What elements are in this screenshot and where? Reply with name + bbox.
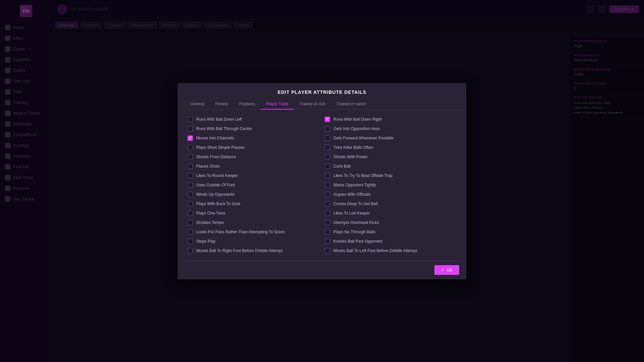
tab-player-traits[interactable]: Player Traits xyxy=(261,99,294,110)
trait-checkbox-1[interactable] xyxy=(325,126,330,131)
trait-item-8[interactable]: Winds Up Opponents xyxy=(185,190,322,199)
edit-attribute-modal: EDIT PLAYER ATTRIBUTE DETAILS General Fi… xyxy=(178,83,466,279)
trait-label-12: Plays No Through Balls xyxy=(333,230,375,234)
trait-checkbox-12[interactable] xyxy=(325,229,330,235)
trait-item-7[interactable]: Uses Outside Of Foot xyxy=(185,180,322,190)
trait-item-9[interactable]: Plays With Back To Goal xyxy=(185,199,322,208)
trait-checkbox-5[interactable] xyxy=(187,164,193,169)
trait-checkbox-8[interactable] xyxy=(187,192,193,197)
traits-content: Runs With Ball Down LeftRuns With Ball T… xyxy=(178,110,466,260)
trait-item-0[interactable]: Runs With Ball Down Right xyxy=(322,115,459,124)
traits-left-column: Runs With Ball Down LeftRuns With Ball T… xyxy=(185,115,322,255)
modal-title: EDIT PLAYER ATTRIBUTE DETAILS xyxy=(178,83,466,99)
trait-item-12[interactable]: Plays No Through Balls xyxy=(322,227,459,237)
trait-checkbox-8[interactable] xyxy=(325,192,330,197)
trait-checkbox-14[interactable] xyxy=(187,248,193,253)
trait-checkbox-10[interactable] xyxy=(325,210,330,216)
trait-checkbox-6[interactable] xyxy=(325,173,330,178)
trait-checkbox-4[interactable] xyxy=(187,154,193,160)
trait-checkbox-0[interactable] xyxy=(325,117,330,122)
trait-item-14[interactable]: Moves Ball To Right Foot Before Dribble … xyxy=(185,246,322,255)
trait-item-1[interactable]: Gets Into Opposition Area xyxy=(322,124,459,133)
modal-overlay: EDIT PLAYER ATTRIBUTE DETAILS General Fi… xyxy=(0,0,644,362)
trait-label-8: Winds Up Opponents xyxy=(196,192,234,197)
trait-item-1[interactable]: Runs With Ball Through Centre xyxy=(185,124,322,133)
trait-item-9[interactable]: Comes Deep To Get Ball xyxy=(322,199,459,208)
tab-fitness[interactable]: Fitness xyxy=(210,99,234,110)
trait-checkbox-9[interactable] xyxy=(187,201,193,206)
trait-label-1: Gets Into Opposition Area xyxy=(333,126,379,131)
trait-item-2[interactable]: Gets Forward Whenever Possible xyxy=(322,133,459,143)
trait-item-4[interactable]: Shoots With Power xyxy=(322,152,459,162)
trait-item-11[interactable]: Attempts Overhead Kicks xyxy=(322,218,459,227)
trait-label-10: Likes To Lob Keeper xyxy=(333,211,370,216)
trait-item-13[interactable]: Stops Play xyxy=(185,237,322,246)
trait-item-6[interactable]: Likes To Round Keeper xyxy=(185,171,322,180)
trait-item-5[interactable]: Curls Ball xyxy=(322,162,459,171)
trait-item-12[interactable]: Looks For Pass Rather Than Attempting To… xyxy=(185,227,322,237)
trait-label-5: Curls Ball xyxy=(333,164,351,169)
trait-checkbox-12[interactable] xyxy=(187,229,193,235)
trait-label-0: Runs With Ball Down Right xyxy=(333,117,382,122)
trait-checkbox-5[interactable] xyxy=(325,164,330,169)
trait-checkbox-1[interactable] xyxy=(187,126,193,131)
tab-trained-club[interactable]: Trained at club xyxy=(294,99,331,110)
trait-label-0: Runs With Ball Down Left xyxy=(196,117,242,122)
trait-item-6[interactable]: Likes To Try To Beat Offside Trap xyxy=(322,171,459,180)
trait-label-10: Plays One-Twos xyxy=(196,211,225,216)
trait-item-0[interactable]: Runs With Ball Down Left xyxy=(185,115,322,124)
trait-checkbox-7[interactable] xyxy=(325,182,330,188)
trait-checkbox-2[interactable] xyxy=(325,135,330,141)
ok-checkmark-icon: ✓ xyxy=(441,267,445,273)
trait-label-13: Knocks Ball Past Opponent xyxy=(333,239,382,244)
trait-item-10[interactable]: Plays One-Twos xyxy=(185,208,322,218)
trait-item-5[interactable]: Places Shots xyxy=(185,162,322,171)
trait-label-6: Likes To Try To Beat Offside Trap xyxy=(333,173,392,178)
trait-label-6: Likes To Round Keeper xyxy=(196,173,238,178)
tab-general[interactable]: General xyxy=(185,99,210,110)
trait-item-3[interactable]: Tries Killer Balls Often xyxy=(322,143,459,152)
trait-checkbox-13[interactable] xyxy=(325,239,330,244)
trait-checkbox-3[interactable] xyxy=(325,145,330,150)
trait-label-9: Plays With Back To Goal xyxy=(196,201,240,206)
trait-checkbox-13[interactable] xyxy=(187,239,193,244)
trait-label-7: Marks Opponent Tightly xyxy=(333,183,376,187)
tab-trained-nation[interactable]: Trained in nation xyxy=(331,99,372,110)
trait-label-2: Moves Into Channels xyxy=(196,136,234,140)
trait-label-3: Tries Killer Balls Often xyxy=(333,145,373,150)
trait-label-4: Shoots From Distance xyxy=(196,155,236,159)
trait-checkbox-3[interactable] xyxy=(187,145,193,150)
trait-item-8[interactable]: Argues With Officials xyxy=(322,190,459,199)
trait-label-12: Looks For Pass Rather Than Attempting To… xyxy=(196,230,285,234)
trait-label-14: Moves Ball To Left Foot Before Dribble A… xyxy=(333,248,417,253)
trait-label-13: Stops Play xyxy=(196,239,215,244)
modal-tabs: General Fitness Positions Player Traits … xyxy=(178,99,466,110)
trait-checkbox-2[interactable] xyxy=(187,135,193,141)
tab-positions[interactable]: Positions xyxy=(233,99,261,110)
trait-checkbox-10[interactable] xyxy=(187,210,193,216)
trait-item-3[interactable]: Plays Short Simple Passes xyxy=(185,143,322,152)
trait-label-4: Shoots With Power xyxy=(333,155,368,159)
trait-label-1: Runs With Ball Through Centre xyxy=(196,126,252,131)
trait-label-7: Uses Outside Of Foot xyxy=(196,183,235,187)
trait-checkbox-4[interactable] xyxy=(325,154,330,160)
trait-label-3: Plays Short Simple Passes xyxy=(196,145,245,150)
trait-checkbox-9[interactable] xyxy=(325,201,330,206)
trait-item-13[interactable]: Knocks Ball Past Opponent xyxy=(322,237,459,246)
trait-item-14[interactable]: Moves Ball To Left Foot Before Dribble A… xyxy=(322,246,459,255)
trait-label-11: Dictates Tempo xyxy=(196,220,224,225)
trait-item-4[interactable]: Shoots From Distance xyxy=(185,152,322,162)
trait-checkbox-0[interactable] xyxy=(187,117,193,122)
trait-checkbox-11[interactable] xyxy=(187,220,193,225)
modal-footer: ✓ Ok xyxy=(178,261,466,279)
trait-item-11[interactable]: Dictates Tempo xyxy=(185,218,322,227)
trait-item-10[interactable]: Likes To Lob Keeper xyxy=(322,208,459,218)
trait-checkbox-14[interactable] xyxy=(325,248,330,253)
trait-checkbox-7[interactable] xyxy=(187,182,193,188)
ok-button[interactable]: ✓ Ok xyxy=(434,265,459,275)
trait-label-14: Moves Ball To Right Foot Before Dribble … xyxy=(196,248,282,253)
trait-checkbox-11[interactable] xyxy=(325,220,330,225)
trait-item-2[interactable]: Moves Into Channels xyxy=(185,133,322,143)
trait-checkbox-6[interactable] xyxy=(187,173,193,178)
trait-item-7[interactable]: Marks Opponent Tightly xyxy=(322,180,459,190)
